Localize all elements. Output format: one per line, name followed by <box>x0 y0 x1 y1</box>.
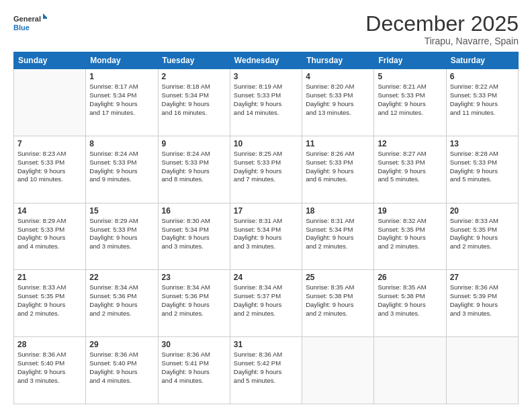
cell-info: Sunrise: 8:26 AMSunset: 5:33 PMDaylight:… <box>306 150 370 184</box>
calendar-cell: 6Sunrise: 8:22 AMSunset: 5:33 PMDaylight… <box>446 69 518 136</box>
day-number: 27 <box>450 273 515 282</box>
cell-info: Sunrise: 8:29 AMSunset: 5:33 PMDaylight:… <box>17 217 82 251</box>
cell-info: Sunrise: 8:34 AMSunset: 5:37 PMDaylight:… <box>234 283 298 318</box>
day-number: 3 <box>234 72 298 81</box>
calendar-cell: 5Sunrise: 8:21 AMSunset: 5:33 PMDaylight… <box>374 69 446 136</box>
day-number: 12 <box>378 139 442 148</box>
calendar-cell: 2Sunrise: 8:18 AMSunset: 5:34 PMDaylight… <box>158 69 230 136</box>
day-number: 8 <box>89 139 154 148</box>
calendar-cell: 14Sunrise: 8:29 AMSunset: 5:33 PMDayligh… <box>14 203 86 270</box>
calendar-cell: 22Sunrise: 8:34 AMSunset: 5:36 PMDayligh… <box>86 270 158 337</box>
cell-info: Sunrise: 8:33 AMSunset: 5:35 PMDaylight:… <box>450 217 515 251</box>
header: General Blue December 2025 Tirapu, Navar… <box>13 12 519 46</box>
day-number: 2 <box>162 72 226 81</box>
cell-info: Sunrise: 8:25 AMSunset: 5:33 PMDaylight:… <box>234 150 298 184</box>
day-number: 15 <box>89 206 154 216</box>
calendar-week-2: 7Sunrise: 8:23 AMSunset: 5:33 PMDaylight… <box>14 136 519 203</box>
calendar-week-1: 1Sunrise: 8:17 AMSunset: 5:34 PMDaylight… <box>14 69 519 136</box>
cell-info: Sunrise: 8:24 AMSunset: 5:33 PMDaylight:… <box>162 150 226 184</box>
cell-info: Sunrise: 8:31 AMSunset: 5:34 PMDaylight:… <box>234 217 298 251</box>
calendar-cell: 29Sunrise: 8:36 AMSunset: 5:40 PMDayligh… <box>86 337 158 404</box>
calendar-cell <box>374 337 446 404</box>
calendar-header-monday: Monday <box>86 52 158 69</box>
calendar-cell: 3Sunrise: 8:19 AMSunset: 5:33 PMDaylight… <box>230 69 302 136</box>
calendar-cell: 26Sunrise: 8:35 AMSunset: 5:38 PMDayligh… <box>374 270 446 337</box>
calendar-cell: 27Sunrise: 8:36 AMSunset: 5:39 PMDayligh… <box>446 270 518 337</box>
day-number: 16 <box>162 206 226 216</box>
day-number: 17 <box>234 206 298 216</box>
cell-info: Sunrise: 8:20 AMSunset: 5:33 PMDaylight:… <box>306 83 370 117</box>
cell-info: Sunrise: 8:29 AMSunset: 5:33 PMDaylight:… <box>89 217 154 251</box>
calendar-cell: 16Sunrise: 8:30 AMSunset: 5:34 PMDayligh… <box>158 203 230 270</box>
calendar-cell: 28Sunrise: 8:36 AMSunset: 5:40 PMDayligh… <box>14 337 86 404</box>
svg-text:General: General <box>13 15 41 23</box>
cell-info: Sunrise: 8:31 AMSunset: 5:34 PMDaylight:… <box>306 217 370 251</box>
calendar-cell <box>302 337 374 404</box>
day-number: 31 <box>234 340 298 349</box>
calendar-cell: 25Sunrise: 8:35 AMSunset: 5:38 PMDayligh… <box>302 270 374 337</box>
cell-info: Sunrise: 8:19 AMSunset: 5:33 PMDaylight:… <box>234 83 298 117</box>
calendar-cell: 8Sunrise: 8:24 AMSunset: 5:33 PMDaylight… <box>86 136 158 203</box>
cell-info: Sunrise: 8:30 AMSunset: 5:34 PMDaylight:… <box>162 217 226 251</box>
svg-marker-2 <box>43 13 47 19</box>
calendar-header-sunday: Sunday <box>14 52 86 69</box>
calendar-cell: 24Sunrise: 8:34 AMSunset: 5:37 PMDayligh… <box>230 270 302 337</box>
calendar-cell: 9Sunrise: 8:24 AMSunset: 5:33 PMDaylight… <box>158 136 230 203</box>
calendar-cell: 19Sunrise: 8:32 AMSunset: 5:35 PMDayligh… <box>374 203 446 270</box>
calendar-week-3: 14Sunrise: 8:29 AMSunset: 5:33 PMDayligh… <box>14 203 519 270</box>
svg-text:Blue: Blue <box>13 24 30 32</box>
day-number: 26 <box>378 273 442 282</box>
page: General Blue December 2025 Tirapu, Navar… <box>0 0 532 411</box>
day-number: 28 <box>17 340 82 349</box>
calendar-cell: 20Sunrise: 8:33 AMSunset: 5:35 PMDayligh… <box>446 203 518 270</box>
cell-info: Sunrise: 8:35 AMSunset: 5:38 PMDaylight:… <box>306 283 370 318</box>
cell-info: Sunrise: 8:28 AMSunset: 5:33 PMDaylight:… <box>450 150 515 184</box>
day-number: 20 <box>450 206 515 216</box>
calendar-cell: 17Sunrise: 8:31 AMSunset: 5:34 PMDayligh… <box>230 203 302 270</box>
title-block: December 2025 Tirapu, Navarre, Spain <box>365 12 519 46</box>
day-number: 19 <box>378 206 442 216</box>
cell-info: Sunrise: 8:21 AMSunset: 5:33 PMDaylight:… <box>378 83 442 117</box>
location: Tirapu, Navarre, Spain <box>365 36 519 46</box>
day-number: 23 <box>162 273 226 282</box>
cell-info: Sunrise: 8:33 AMSunset: 5:35 PMDaylight:… <box>17 283 82 318</box>
calendar-cell: 31Sunrise: 8:36 AMSunset: 5:42 PMDayligh… <box>230 337 302 404</box>
day-number: 10 <box>234 139 298 148</box>
cell-info: Sunrise: 8:24 AMSunset: 5:33 PMDaylight:… <box>89 150 154 184</box>
calendar-cell: 23Sunrise: 8:34 AMSunset: 5:36 PMDayligh… <box>158 270 230 337</box>
cell-info: Sunrise: 8:36 AMSunset: 5:40 PMDaylight:… <box>17 351 82 385</box>
cell-info: Sunrise: 8:36 AMSunset: 5:39 PMDaylight:… <box>450 283 515 318</box>
calendar-cell: 30Sunrise: 8:36 AMSunset: 5:41 PMDayligh… <box>158 337 230 404</box>
day-number: 21 <box>17 273 82 282</box>
calendar-cell: 12Sunrise: 8:27 AMSunset: 5:33 PMDayligh… <box>374 136 446 203</box>
day-number: 29 <box>89 340 154 349</box>
calendar-cell: 1Sunrise: 8:17 AMSunset: 5:34 PMDaylight… <box>86 69 158 136</box>
cell-info: Sunrise: 8:18 AMSunset: 5:34 PMDaylight:… <box>162 83 226 117</box>
calendar-cell: 11Sunrise: 8:26 AMSunset: 5:33 PMDayligh… <box>302 136 374 203</box>
logo: General Blue <box>13 12 47 34</box>
cell-info: Sunrise: 8:22 AMSunset: 5:33 PMDaylight:… <box>450 83 515 117</box>
logo-svg: General Blue <box>13 12 47 34</box>
day-number: 5 <box>378 72 442 81</box>
calendar-header-tuesday: Tuesday <box>158 52 230 69</box>
calendar-cell: 18Sunrise: 8:31 AMSunset: 5:34 PMDayligh… <box>302 203 374 270</box>
cell-info: Sunrise: 8:34 AMSunset: 5:36 PMDaylight:… <box>162 283 226 318</box>
calendar-cell: 15Sunrise: 8:29 AMSunset: 5:33 PMDayligh… <box>86 203 158 270</box>
day-number: 24 <box>234 273 298 282</box>
day-number: 4 <box>306 72 370 81</box>
cell-info: Sunrise: 8:34 AMSunset: 5:36 PMDaylight:… <box>89 283 154 318</box>
month-title: December 2025 <box>365 12 519 36</box>
day-number: 22 <box>89 273 154 282</box>
calendar-header-friday: Friday <box>374 52 446 69</box>
cell-info: Sunrise: 8:36 AMSunset: 5:42 PMDaylight:… <box>234 351 298 385</box>
day-number: 18 <box>306 206 370 216</box>
day-number: 7 <box>17 139 82 148</box>
day-number: 30 <box>162 340 226 349</box>
calendar-cell: 13Sunrise: 8:28 AMSunset: 5:33 PMDayligh… <box>446 136 518 203</box>
cell-info: Sunrise: 8:23 AMSunset: 5:33 PMDaylight:… <box>17 150 82 184</box>
day-number: 1 <box>89 72 154 81</box>
calendar-table: SundayMondayTuesdayWednesdayThursdayFrid… <box>13 52 519 404</box>
day-number: 25 <box>306 273 370 282</box>
calendar-header-wednesday: Wednesday <box>230 52 302 69</box>
calendar-cell: 4Sunrise: 8:20 AMSunset: 5:33 PMDaylight… <box>302 69 374 136</box>
